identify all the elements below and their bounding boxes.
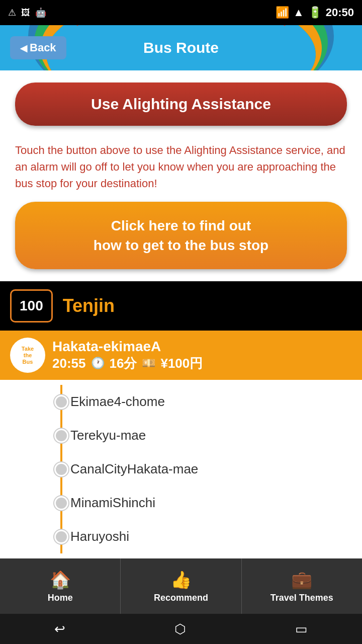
warning-icon: ⚠ (8, 7, 16, 18)
stop-name: Ekimae4-chome (70, 394, 165, 410)
take-bus-logo: Take the Bus (10, 338, 45, 373)
find-bus-stop-button[interactable]: Click here to find out how to get to the… (15, 202, 347, 269)
header: Back Bus Route (0, 25, 362, 70)
status-bar: ⚠ 🖼 🤖 📶 ▲ 🔋 20:50 (0, 0, 362, 25)
list-item: CanalCityHakata-mae (0, 452, 362, 486)
departure-time: 20:55 (52, 356, 86, 371)
bus-info-bar: Take the Bus Hakata-ekimaeA 20:55 🕐 16分 … (0, 331, 362, 380)
nav-travel-themes[interactable]: 💼 Travel Themes (242, 558, 362, 614)
system-recent-button[interactable]: ▭ (295, 621, 308, 637)
logo-line2: the (24, 352, 32, 359)
system-home-button[interactable]: ⬡ (174, 621, 186, 637)
alighting-description: Touch the button above to use the Alight… (0, 134, 362, 202)
alighting-section: Use Alighting Assistance (0, 70, 362, 134)
stops-list: Ekimae4-chomeTerekyu-maeCanalCityHakata-… (0, 380, 362, 558)
duration: 16分 (110, 355, 137, 372)
alighting-button[interactable]: Use Alighting Assistance (15, 83, 347, 126)
page-title: Bus Route (143, 39, 219, 56)
nav-home[interactable]: 🏠 Home (0, 558, 121, 614)
find-btn-line1: Click here to find out (111, 218, 251, 233)
stop-name: MinamiShinchi (70, 495, 155, 511)
system-back-button[interactable]: ↩ (54, 621, 65, 637)
logo-line1: Take (22, 346, 34, 352)
back-button[interactable]: Back (10, 36, 66, 59)
nav-recommend[interactable]: 👍 Recommend (121, 558, 241, 614)
system-navigation: ↩ ⬡ ▭ (0, 614, 362, 644)
stop-name: Terekyu-mae (70, 428, 146, 443)
bus-info-details: Hakata-ekimaeA 20:55 🕐 16分 💴 ¥100円 (52, 339, 203, 372)
stop-dot (54, 496, 68, 510)
stop-name: Haruyoshi (70, 529, 129, 544)
stop-dot (54, 462, 68, 476)
clock: 20:50 (326, 6, 354, 19)
stop-dot (54, 395, 68, 409)
main-content: Use Alighting Assistance Touch the butto… (0, 70, 362, 589)
nav-home-label: Home (48, 593, 73, 603)
route-header: 100 Tenjin (0, 281, 362, 331)
battery-icon: 🔋 (308, 6, 322, 19)
list-item: Terekyu-mae (0, 419, 362, 452)
status-icons-right: 📶 ▲ 🔋 20:50 (276, 6, 354, 19)
yen-icon: 💴 (142, 357, 155, 370)
android-icon: 🤖 (35, 7, 46, 18)
route-number: 100 (10, 289, 53, 323)
thumbs-up-icon: 👍 (170, 570, 192, 590)
wifi-icon: 📶 (276, 6, 289, 19)
logo-line3: Bus (23, 359, 33, 365)
bottom-navigation: 🏠 Home 👍 Recommend 💼 Travel Themes (0, 558, 362, 614)
find-btn-line2: how to get to the bus stop (94, 237, 268, 253)
stop-name: CanalCityHakata-mae (70, 461, 198, 477)
stop-dot (54, 429, 68, 443)
home-icon: 🏠 (50, 570, 71, 590)
list-item: Haruyoshi (0, 520, 362, 553)
stop-dot (54, 530, 68, 544)
bus-time-row: 20:55 🕐 16分 💴 ¥100円 (52, 355, 203, 372)
list-item: Ekimae4-chome (0, 385, 362, 419)
fare: ¥100円 (160, 355, 203, 372)
image-icon: 🖼 (21, 8, 30, 18)
route-name: Tenjin (63, 295, 115, 316)
nav-recommend-label: Recommend (154, 593, 208, 603)
nav-travel-themes-label: Travel Themes (270, 593, 333, 603)
clock-icon: 🕐 (91, 357, 105, 370)
briefcase-icon: 💼 (291, 570, 312, 590)
bus-stop-name: Hakata-ekimaeA (52, 339, 203, 355)
list-item: MinamiShinchi (0, 486, 362, 520)
status-icons-left: ⚠ 🖼 🤖 (8, 7, 46, 18)
signal-icon: ▲ (293, 6, 304, 19)
